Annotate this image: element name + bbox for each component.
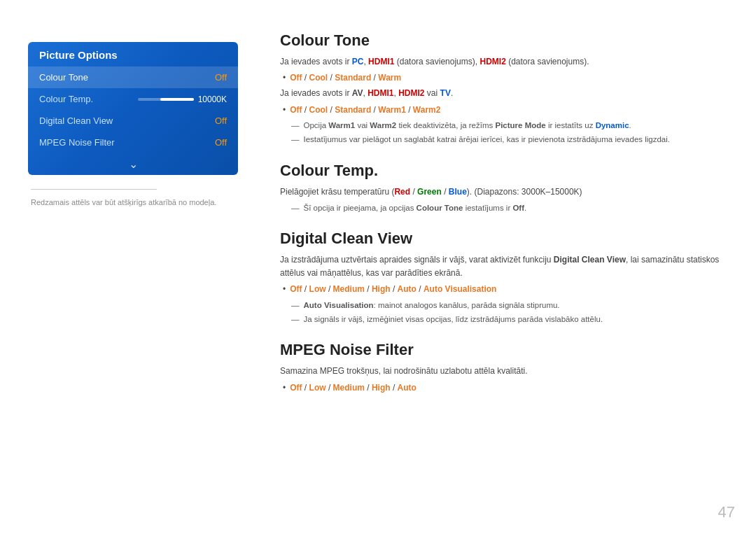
- colour-tone-label: Colour Tone: [39, 72, 88, 83]
- left-panel: Picture Options Colour Tone Off Colour T…: [28, 42, 252, 208]
- section-mpeg-noise-filter: MPEG Noise Filter Samazina MPEG trokšņus…: [280, 341, 735, 394]
- menu-item-colour-tone[interactable]: Colour Tone Off: [28, 66, 238, 88]
- menu-box: Picture Options Colour Tone Off Colour T…: [28, 42, 238, 175]
- mnf-bullet1: • Off / Low / Medium / High / Auto: [280, 381, 735, 395]
- mnf-title: MPEG Noise Filter: [280, 341, 735, 359]
- temp-bar-container: 10000K: [138, 94, 227, 104]
- dcv-title: Digital Clean View: [280, 230, 735, 248]
- digital-clean-view-label: Digital Clean View: [39, 115, 113, 126]
- section-colour-tone: Colour Tone Ja ievades avots ir PC, HDMI…: [280, 31, 735, 146]
- menu-item-mpeg-noise-filter[interactable]: MPEG Noise Filter Off: [28, 132, 238, 153]
- chevron-row: ⌄: [28, 153, 238, 175]
- note-text: Redzamais attēls var būt atšķirīgs atkar…: [31, 198, 216, 206]
- ctemp-para1: Pielāgojiet krāsu temperatūru (Red / Gre…: [280, 185, 735, 199]
- dcv-bullet1: • Off / Low / Medium / High / Auto / Aut…: [280, 283, 735, 296]
- dcv-para1: Ja izstrādājuma uztvērtais apraides sign…: [280, 253, 735, 280]
- right-content: Colour Tone Ja ievades avots ir PC, HDMI…: [280, 31, 735, 506]
- mnf-para1: Samazina MPEG trokšņus, lai nodrošinātu …: [280, 365, 735, 378]
- ct-bullet1: • Off / Cool / Standard / Warm: [280, 71, 735, 85]
- mnf-body: Samazina MPEG trokšņus, lai nodrošinātu …: [280, 365, 735, 394]
- ctemp-sub1: — Šī opcija ir pieejama, ja opcijas Colo…: [280, 202, 735, 214]
- dcv-body: Ja izstrādājuma uztvērtais apraides sign…: [280, 253, 735, 325]
- note-section: Redzamais attēls var būt atšķirīgs atkar…: [28, 189, 252, 208]
- page-number: 47: [718, 503, 735, 521]
- section-digital-clean-view: Digital Clean View Ja izstrādājuma uztvē…: [280, 230, 735, 325]
- ct-sub1: — Opcija Warm1 vai Warm2 tiek deaktivizē…: [280, 119, 735, 132]
- dcv-sub1: — Auto Visualisation: mainot analogos ka…: [280, 299, 735, 311]
- chevron-down-icon: ⌄: [129, 157, 138, 171]
- ct-bullet2: • Off / Cool / Standard / Warm1 / Warm2: [280, 104, 735, 117]
- menu-title: Picture Options: [28, 42, 238, 66]
- ct-para2: Ja ievades avots ir AV, HDMI1, HDMI2 vai…: [280, 87, 735, 100]
- note-divider: [31, 189, 157, 190]
- ct-sub2: — Iestatījumus var pielāgot un saglabāt …: [280, 133, 735, 146]
- menu-item-colour-temp[interactable]: Colour Temp. 10000K: [28, 88, 238, 110]
- dcv-sub2: — Ja signāls ir vājš, izmēģiniet visas o…: [280, 313, 735, 325]
- colour-tone-title: Colour Tone: [280, 31, 735, 50]
- ct-para1: Ja ievades avots ir PC, HDMI1 (datora sa…: [280, 55, 735, 69]
- colour-temp-body: Pielāgojiet krāsu temperatūru (Red / Gre…: [280, 185, 735, 215]
- colour-temp-title: Colour Temp.: [280, 162, 735, 180]
- mpeg-noise-filter-label: MPEG Noise Filter: [39, 137, 115, 148]
- colour-tone-value: Off: [215, 72, 227, 83]
- colour-tone-body: Ja ievades avots ir PC, HDMI1 (datora sa…: [280, 55, 735, 146]
- temp-value: 10000K: [198, 94, 227, 104]
- temp-bar: [138, 98, 194, 101]
- mpeg-noise-filter-value: Off: [215, 137, 227, 148]
- temp-bar-fill: [160, 98, 194, 101]
- digital-clean-view-value: Off: [215, 115, 227, 126]
- colour-temp-label: Colour Temp.: [39, 94, 93, 104]
- menu-item-digital-clean-view[interactable]: Digital Clean View Off: [28, 110, 238, 132]
- section-colour-temp: Colour Temp. Pielāgojiet krāsu temperatū…: [280, 162, 735, 215]
